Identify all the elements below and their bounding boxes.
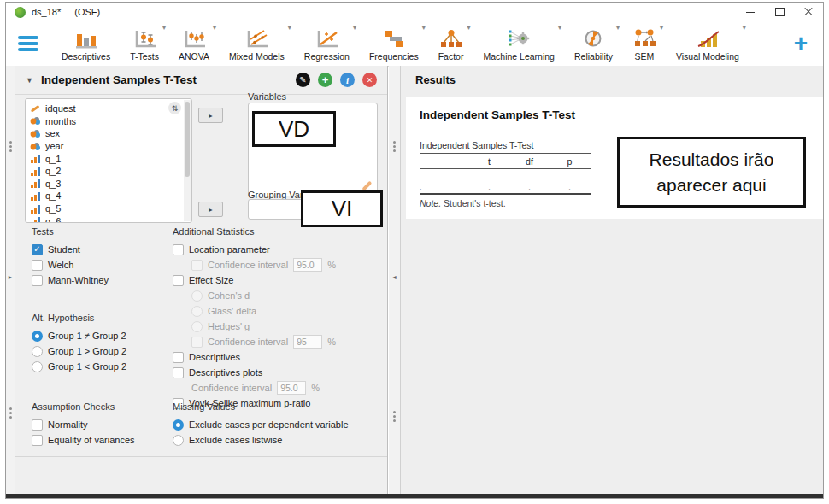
hamburger-menu-icon[interactable] [18,36,38,51]
expand-data-panel-icon[interactable]: ► [6,274,15,280]
chevron-down-icon[interactable]: ▾ [743,24,746,32]
splitter-grip[interactable] [6,141,15,152]
module-machine-learning[interactable]: ▾ Machine Learning [479,25,558,62]
module-anova[interactable]: ▾ ANOVA [174,25,214,62]
chevron-down-icon[interactable]: ▾ [660,24,663,32]
module-frequencies[interactable]: ▾ Frequencies [365,25,423,62]
descriptives-checkbox[interactable] [173,352,184,363]
collapse-analysis-icon[interactable]: ▼ [26,76,33,85]
chevron-down-icon[interactable]: ▾ [616,24,620,32]
module-sem[interactable]: ▾ SEM [628,25,661,62]
exclude-per-dependent-radio[interactable] [173,419,184,431]
checkbox-row-student[interactable]: ✓ Student [32,242,109,257]
module-factor[interactable]: ▾ Factor [434,25,468,62]
radio-row-exclude-per-dependent[interactable]: Exclude cases per dependent variable [173,417,349,432]
table-cell: . [469,183,509,191]
chevron-down-icon[interactable]: ▾ [353,24,356,32]
group-title: Additional Statistics [173,226,385,238]
checkbox-row-mann-whitney[interactable]: Mann-Whitney [32,273,109,288]
list-item[interactable]: sex [30,127,191,140]
location-ci-checkbox[interactable] [191,260,203,271]
radio-row-greater[interactable]: Group 1 > Group 2 [32,343,126,359]
checkbox-row-location-ci[interactable]: Confidence interval % [191,257,385,273]
chevron-down-icon[interactable]: ▾ [422,24,426,32]
maximize-button[interactable] [765,3,794,21]
less-radio[interactable] [32,361,43,372]
available-variables-list[interactable]: idquest months sex year q_1 q_2 [25,98,192,223]
radio-row-less[interactable]: Group 1 < Group 2 [32,359,126,374]
list-item[interactable]: q_4 [30,190,191,202]
location-ci-input[interactable] [293,258,322,272]
checkbox-row-descriptives[interactable]: Descriptives [173,349,385,365]
list-item[interactable]: months [30,115,191,128]
list-item[interactable]: q_5 [30,202,191,215]
module-t-tests[interactable]: ▾ T-Tests [126,25,163,62]
normality-checkbox[interactable] [32,419,43,431]
checkbox-row-effect-size[interactable]: Effect Size [173,273,385,288]
hedges-g-radio[interactable] [191,321,203,332]
radio-row-hedges-g[interactable]: Hedges' g [191,319,385,334]
minimize-button[interactable] [736,3,765,21]
analysis-header[interactable]: ▼ Independent Samples T-Test ✎ + i ✕ [15,66,387,95]
module-reliability[interactable]: ▾ Reliability [570,25,617,62]
glass-delta-radio[interactable] [191,306,203,317]
radio-row-exclude-listwise[interactable]: Exclude cases listwise [173,432,349,448]
module-mixed-models[interactable]: ▾ Mixed Models [225,25,289,62]
module-visual-modeling[interactable]: ▾ Visual Modeling [672,25,744,62]
effect-ci-input[interactable] [293,335,322,349]
variables-scrollbar[interactable] [184,100,191,221]
exclude-listwise-radio[interactable] [173,435,184,446]
checkbox-row-location-parameter[interactable]: Location parameter [173,242,385,257]
cohens-d-radio[interactable] [191,290,203,302]
module-descriptives[interactable]: Descriptives [57,25,115,62]
scrollbar-thumb[interactable] [185,102,190,177]
checkbox-row-welch[interactable]: Welch [32,257,109,273]
remove-analysis-button[interactable]: ✕ [362,73,377,87]
student-checkbox[interactable]: ✓ [32,244,43,255]
list-item[interactable]: q_2 [30,165,191,178]
splitter-grip[interactable] [389,141,400,152]
effect-ci-checkbox[interactable] [191,337,203,348]
assign-grouping-button[interactable]: ► [198,202,223,217]
chevron-down-icon[interactable]: ▾ [467,24,470,32]
two-sided-radio[interactable] [32,331,43,342]
add-module-button[interactable]: + [794,35,808,52]
list-item[interactable]: q_6 [30,214,191,223]
chevron-down-icon[interactable]: ▾ [213,24,216,32]
radio-row-cohens-d[interactable]: Cohen's d [191,288,385,303]
data-panel-splitter[interactable]: ► [6,66,15,494]
close-button[interactable] [794,3,823,21]
equality-variances-checkbox[interactable] [32,435,43,446]
options-results-splitter[interactable]: ◄ [389,66,401,494]
chevron-down-icon[interactable]: ▾ [162,24,166,32]
edit-title-button[interactable]: ✎ [296,73,310,87]
checkbox-row-effect-ci[interactable]: Confidence interval % [191,334,385,349]
list-item[interactable]: year [30,140,191,153]
checkbox-row-normality[interactable]: Normality [32,417,135,432]
location-parameter-checkbox[interactable] [173,244,184,255]
greater-radio[interactable] [32,346,43,357]
splitter-grip[interactable] [6,407,15,419]
duplicate-analysis-button[interactable]: + [318,73,332,87]
plots-ci-input[interactable] [277,381,306,395]
checkbox-row-equality-variances[interactable]: Equality of variances [32,432,135,448]
mann-whitney-checkbox[interactable] [32,275,43,286]
effect-size-checkbox[interactable] [173,275,184,286]
splitter-grip[interactable] [389,411,400,422]
collapse-options-icon[interactable]: ◄ [389,274,400,280]
assign-variables-button[interactable]: ► [198,108,223,123]
list-item[interactable]: q_3 [30,178,191,190]
results-heading[interactable]: Independent Samples T-Test [420,108,575,121]
module-regression[interactable]: ▾ Regression [300,25,354,62]
chevron-down-icon[interactable]: ▾ [288,24,291,32]
radio-row-glass-delta[interactable]: Glass' delta [191,303,385,319]
chevron-down-icon[interactable]: ▾ [558,24,561,32]
list-item[interactable]: q_1 [30,152,191,165]
welch-checkbox[interactable] [32,260,43,271]
list-item[interactable]: idquest [30,103,191,115]
info-button[interactable]: i [340,73,355,87]
sort-variables-icon[interactable]: ⇅ [168,102,181,114]
checkbox-row-descriptives-plots[interactable]: Descriptives plots [173,365,385,380]
radio-row-two-sided[interactable]: Group 1 ≠ Group 2 [32,328,126,343]
descriptives-plots-checkbox[interactable] [173,367,184,378]
